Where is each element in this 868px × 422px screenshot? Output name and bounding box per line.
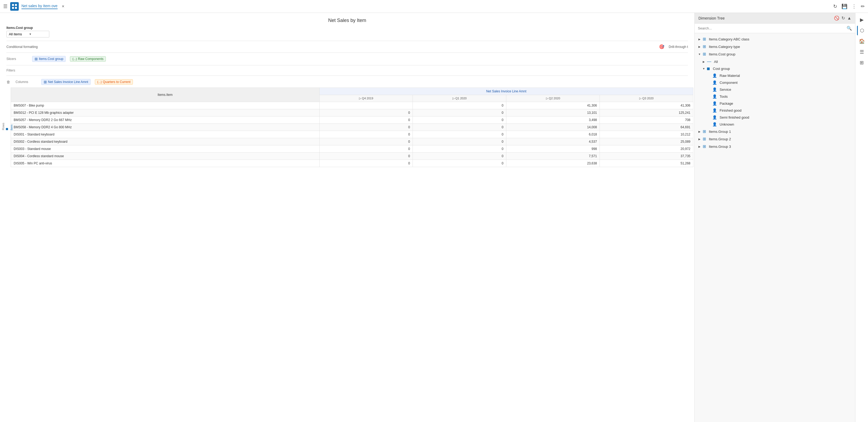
tree-arrow-icon: ▼ (698, 53, 701, 56)
tree-item[interactable]: 👤Tools (695, 93, 855, 100)
report-title: Net Sales by Item (0, 13, 694, 26)
eye-off-icon[interactable]: 🚫 (834, 15, 839, 21)
columns-row: 🗑 Columns ⊞ Net Sales Invoice Line Amnt … (6, 77, 688, 87)
cube-icon[interactable]: ⬡ (857, 26, 867, 35)
tree-item-label: Raw Material (720, 74, 740, 78)
tree-arrow-icon: ▶ (698, 145, 701, 148)
dimension-panel-header: Dimension Tree 🚫 ↻ ▲ (695, 13, 855, 24)
col-quarters[interactable]: {...} Quarters to Current (95, 79, 133, 85)
conditional-formatting-row: Conditional formatting 🎯 Drill-through t (6, 42, 688, 51)
table-row: DIS005 - Win PC anti-virus0023,63851,268 (11, 160, 693, 167)
item-name-cell: DIS003 - Standard mouse (11, 145, 320, 153)
tree-item[interactable]: 👤Raw Material (695, 72, 855, 79)
tree-item[interactable]: 👤Package (695, 100, 855, 107)
tree-item[interactable]: ▶⊞Items.Group 3 (695, 143, 855, 150)
person-icon: 👤 (712, 73, 717, 78)
tab-close-button[interactable]: × (62, 4, 64, 9)
tree-item-label: Items.Category ABC class (709, 37, 749, 41)
tree-item[interactable]: ▶—All (695, 58, 855, 65)
square-icon (707, 67, 710, 70)
target-icon[interactable]: 🎯 (659, 44, 664, 49)
value-cell: 0 (413, 131, 506, 138)
col-net-sales[interactable]: ⊞ Net Sales Invoice Line Amnt (41, 79, 91, 85)
data-table: Items.Item Net Sales Invoice Line Amnt ▷… (11, 88, 693, 167)
tree-item[interactable]: 👤Semi finished good (695, 114, 855, 121)
tree-item-label: Service (720, 88, 731, 92)
value-cell: 0 (413, 102, 506, 109)
table-icon: ⊞ (703, 37, 706, 41)
save-icon[interactable]: 💾 (841, 3, 847, 9)
quarter-header-cell[interactable]: ▷ Q2 2020 (506, 95, 600, 102)
value-cell: 0 (319, 145, 413, 153)
tree-item-label: Unknown (720, 122, 734, 126)
home-icon[interactable]: 🏠 (857, 36, 867, 46)
col-header-net-sales: Net Sales Invoice Line Amnt (319, 88, 693, 95)
tree-item-label: Semi finished good (720, 116, 749, 120)
quarter-header-cell[interactable]: ▷ Q4 2019 (319, 95, 413, 102)
tree-item[interactable]: ▼Cost group (695, 65, 855, 72)
tree-item[interactable]: ▶⊞Items.Group 1 (695, 128, 855, 135)
value-cell: 0 (319, 109, 413, 117)
table-area: Rows Item Items.Item Net Sales Invoice L… (0, 88, 694, 167)
tree-item[interactable]: 👤Unknown (695, 121, 855, 128)
table-row: DIS002 - Cordless standard keyboard004,5… (11, 138, 693, 145)
expand-right-icon[interactable]: ▶ (857, 15, 867, 25)
value-cell: 14,008 (506, 124, 600, 131)
dim-refresh-icon[interactable]: ↻ (841, 15, 845, 21)
tree-item-label: Finished good (720, 108, 742, 112)
delete-icon[interactable]: 🗑 (6, 80, 10, 84)
drill-through-label[interactable]: Drill-through t (669, 45, 688, 49)
tree-item[interactable]: ▼⊞Items.Cost group (695, 50, 855, 58)
quarter-header-cell[interactable]: ▷ Q3 2020 (600, 95, 693, 102)
svg-rect-0 (12, 4, 14, 6)
person-icon: 👤 (712, 87, 717, 92)
collapse-icon[interactable]: ▲ (847, 16, 851, 21)
value-cell: 708 (600, 117, 693, 124)
item-vertical-label: Item (10, 124, 13, 131)
cost-group-select[interactable]: All items ▼ (6, 31, 49, 37)
value-cell: 13,101 (506, 109, 600, 117)
col-header-item: Items.Item (11, 88, 320, 102)
list-icon[interactable]: ☰ (857, 47, 867, 57)
controls-area: Items.Cost group All items ▼ Conditional… (0, 26, 694, 87)
value-cell: 0 (319, 124, 413, 131)
table-icon: ⊞ (703, 144, 706, 149)
table-icon: ⊞ (703, 136, 706, 141)
value-cell: 0 (319, 131, 413, 138)
item-name-cell: DIS004 - Cordless standard mouse (11, 153, 320, 160)
table-icon: ⊞ (703, 44, 706, 49)
tree-item[interactable]: ▶⊞Items.Category type (695, 43, 855, 50)
tree-item[interactable]: ▶⊞Items.Group 2 (695, 135, 855, 143)
value-cell: 998 (506, 145, 600, 153)
value-cell: 0 (413, 145, 506, 153)
value-cell: 0 (413, 117, 506, 124)
edit-icon[interactable]: ✏ (861, 3, 865, 9)
quarter-header-cell[interactable]: ▷ Q1 2020 (413, 95, 506, 102)
refresh-icon[interactable]: ↻ (833, 3, 837, 9)
value-cell (319, 102, 413, 109)
tree-arrow-icon: ▶ (702, 60, 705, 63)
cost-group-label: Items.Cost group (6, 26, 688, 30)
slicer-cost-group[interactable]: ⊞ Items.Cost group (32, 56, 66, 62)
content-area: Net Sales by Item Items.Cost group All i… (0, 13, 694, 422)
grid-icon[interactable]: ⊞ (857, 58, 867, 67)
search-input[interactable] (698, 26, 845, 30)
menu-icon[interactable]: ☰ (3, 3, 7, 9)
more-options-icon[interactable]: ⋮ (852, 3, 857, 9)
tree-item[interactable]: 👤Finished good (695, 107, 855, 114)
tree-item[interactable]: ▶⊞Items.Category ABC class (695, 35, 855, 43)
tree-item[interactable]: 👤Component (695, 79, 855, 86)
value-cell: 0 (413, 124, 506, 131)
value-cell: 0 (413, 109, 506, 117)
slicers-label: Slicers (6, 57, 28, 61)
item-name-cell: DIS001 - Standard keyboard (11, 131, 320, 138)
value-cell: 41,306 (600, 102, 693, 109)
dropdown-arrow-icon: ▼ (29, 33, 47, 36)
tree-arrow-icon: ▼ (702, 67, 705, 70)
value-cell: 64,691 (600, 124, 693, 131)
slicer-raw-components[interactable]: {...} Raw Components (70, 56, 106, 62)
value-cell: 7,571 (506, 153, 600, 160)
value-cell: 0 (413, 153, 506, 160)
tree-item[interactable]: 👤Service (695, 86, 855, 93)
table-row: BMS057 - Memory DDR2 2 Go 667 MHz003,498… (11, 117, 693, 124)
